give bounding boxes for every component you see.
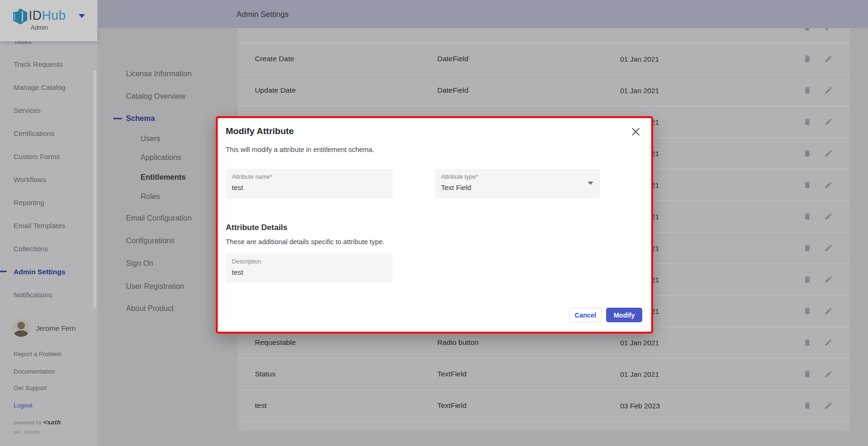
table-row-create-date: Create DateDateField01 Jan 2021 xyxy=(238,43,850,75)
sidebar-item-workflows[interactable]: Workflows xyxy=(14,175,46,183)
sidebar-item-email-templates[interactable]: Email Templates xyxy=(14,222,65,230)
cancel-button[interactable]: Cancel xyxy=(569,308,602,322)
delete-icon[interactable] xyxy=(803,307,812,315)
edit-icon[interactable] xyxy=(824,401,833,410)
footer-link-report-a-problem[interactable]: Report a Problem xyxy=(14,350,62,358)
logo-id: ID xyxy=(29,8,42,23)
avatar[interactable] xyxy=(12,319,30,337)
subnav-item-email-configuration[interactable]: Email Configuration xyxy=(126,214,192,223)
subnav-item-configurations[interactable]: Configurations xyxy=(126,237,174,245)
subnav-item-roles[interactable]: Roles xyxy=(141,192,160,201)
footer-link-get-support[interactable]: Get Support xyxy=(14,384,47,391)
edit-icon[interactable] xyxy=(824,370,833,378)
subnav-item-applications[interactable]: Applications xyxy=(141,153,181,162)
subnav-item-about-product[interactable]: About Product xyxy=(126,304,174,313)
edit-icon[interactable] xyxy=(824,86,833,95)
description-label: Description xyxy=(232,258,261,265)
delete-icon[interactable] xyxy=(803,401,812,410)
powered-by: powered by <sath xyxy=(14,419,61,426)
table-row-test: testTextField03 Feb 2023 xyxy=(238,390,850,422)
attribute-name-cell: test xyxy=(255,401,267,410)
attribute-type-cell: DateField xyxy=(437,55,468,63)
subnav-item-schema[interactable]: Schema xyxy=(126,114,155,123)
attribute-date-cell: 01 Jan 2021 xyxy=(620,86,659,94)
logo-dropdown-caret-icon[interactable] xyxy=(79,14,85,18)
sidebar-item-track-requests[interactable]: Track Requests xyxy=(14,60,63,68)
delete-icon[interactable] xyxy=(803,244,812,252)
attribute-type-value: Text Field xyxy=(441,183,471,191)
subnav-item-entitlements[interactable]: Entitlements xyxy=(141,173,186,182)
modal-title: Modify Attribute xyxy=(226,126,294,136)
attribute-name-cell: Status xyxy=(255,370,276,378)
attribute-type-label: Attribute type* xyxy=(441,174,478,180)
edit-icon[interactable] xyxy=(824,118,833,126)
sidebar-scrollbar[interactable] xyxy=(94,71,96,308)
logo-hub: Hub xyxy=(42,8,66,23)
table-row-status: StatusTextField01 Jan 2021 xyxy=(238,358,850,390)
active-subnav-dash-indicator xyxy=(113,118,122,119)
description-value: test xyxy=(232,268,243,276)
chevron-down-icon[interactable] xyxy=(588,182,593,185)
attribute-date-cell: 01 Jan 2021 xyxy=(620,338,659,346)
modal-subtitle: This will modify a attribute in entitlem… xyxy=(226,146,374,153)
attribute-details-heading: Attribute Details xyxy=(226,223,287,232)
sidebar-item-collections[interactable]: Collections xyxy=(14,245,48,253)
description-field[interactable]: Description test xyxy=(226,254,393,283)
edit-icon[interactable] xyxy=(824,307,833,315)
subnav-item-license-information[interactable]: License Information xyxy=(126,70,192,78)
avatar-head xyxy=(17,322,25,329)
attribute-name-value: test xyxy=(232,183,243,191)
attribute-name-cell: Create Date xyxy=(255,55,294,63)
attribute-name-cell: Requestable xyxy=(255,338,296,347)
subnav-item-catalog-overview[interactable]: Catalog Overview xyxy=(126,92,185,101)
subnav-item-user-registration[interactable]: User Registration xyxy=(126,282,184,291)
primary-sidebar: TasksTrack RequestsManage CatalogService… xyxy=(0,0,97,446)
table-row-update-date: Update DateDateField01 Jan 2021 xyxy=(238,75,850,106)
avatar-body xyxy=(14,330,28,337)
sidebar-item-reporting[interactable]: Reporting xyxy=(14,199,44,207)
attribute-date-cell: 01 Jan 2021 xyxy=(620,370,659,378)
delete-icon[interactable] xyxy=(803,212,812,221)
sath-brand-logo: <sath xyxy=(43,419,61,426)
attribute-type-cell: TextField xyxy=(437,370,466,378)
close-icon[interactable] xyxy=(631,127,640,136)
edit-icon[interactable] xyxy=(824,212,833,221)
edit-icon[interactable] xyxy=(824,55,833,63)
powered-by-label: powered by xyxy=(14,420,41,425)
sidebar-item-certifications[interactable]: Certifications xyxy=(14,129,55,137)
footer-link-documentation[interactable]: Documentation xyxy=(14,368,55,375)
logo-subtitle: Admin xyxy=(31,24,48,31)
edit-icon[interactable] xyxy=(824,338,833,347)
sidebar-item-admin-settings[interactable]: Admin Settings xyxy=(14,268,65,276)
sidebar-item-custom-forms[interactable]: Custom Forms xyxy=(14,152,60,160)
attribute-name-field[interactable]: Attribute name* test xyxy=(226,169,393,199)
subnav-item-users[interactable]: Users xyxy=(141,135,160,143)
edit-icon[interactable] xyxy=(824,149,833,158)
delete-icon[interactable] xyxy=(803,370,812,378)
edit-icon[interactable] xyxy=(824,181,833,189)
delete-icon[interactable] xyxy=(803,55,812,63)
delete-icon[interactable] xyxy=(803,86,812,95)
delete-icon[interactable] xyxy=(803,338,812,347)
sidebar-item-notifications[interactable]: Notifications xyxy=(14,291,52,299)
delete-icon[interactable] xyxy=(803,118,812,126)
delete-icon[interactable] xyxy=(803,275,812,284)
attribute-name-label: Attribute name* xyxy=(232,174,272,180)
delete-icon[interactable] xyxy=(803,181,812,189)
attribute-date-cell: 01 Jan 2021 xyxy=(620,55,659,63)
modify-attribute-modal: Modify Attribute This will modify a attr… xyxy=(216,116,653,334)
attribute-type-select[interactable]: Attribute type* Text Field xyxy=(435,169,600,199)
modify-button[interactable]: Modify xyxy=(606,308,642,322)
attribute-type-cell: Radio button xyxy=(437,338,479,347)
idhub-hexagon-logo-icon xyxy=(13,8,28,25)
sidebar-item-manage-catalog[interactable]: Manage Catalog xyxy=(14,83,65,91)
logo-card: IDHub Admin xyxy=(0,0,97,41)
subnav-item-sign-on[interactable]: Sign On xyxy=(126,259,153,268)
sidebar-item-services[interactable]: Services xyxy=(14,106,41,114)
delete-icon[interactable] xyxy=(803,149,812,158)
attribute-details-description: These are additional details specific to… xyxy=(226,238,385,246)
edit-icon[interactable] xyxy=(824,244,833,252)
footer-link-logout[interactable]: Logout xyxy=(14,402,32,409)
edit-icon[interactable] xyxy=(824,275,833,284)
attribute-name-cell: Update Date xyxy=(255,86,296,95)
